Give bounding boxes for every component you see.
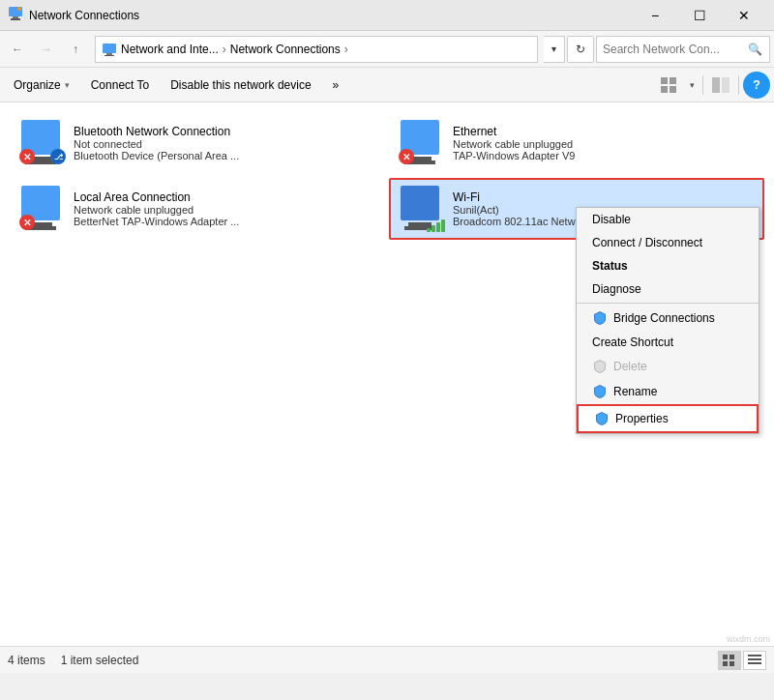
breadcrumb-dropdown[interactable]: ▾	[544, 36, 565, 63]
svg-rect-18	[748, 658, 761, 660]
organize-button[interactable]: Organize ▾	[4, 72, 79, 99]
svg-rect-12	[722, 77, 729, 93]
search-icon: 🔍	[748, 43, 762, 56]
ctx-status[interactable]: Status	[577, 254, 759, 277]
ctx-separator-1	[577, 303, 759, 304]
details-view-button[interactable]	[743, 651, 766, 670]
svg-rect-6	[104, 55, 114, 56]
ctx-disable-label: Disable	[592, 213, 631, 226]
local-adapter: BetterNet TAP-Windows Adapter ...	[74, 216, 375, 227]
svg-rect-2	[11, 18, 20, 20]
ctx-disable[interactable]: Disable	[577, 208, 759, 231]
view-dropdown-button[interactable]: ▾	[685, 72, 699, 99]
view-button[interactable]	[656, 72, 683, 99]
ctx-properties-label: Properties	[615, 412, 669, 425]
svg-rect-19	[748, 662, 761, 664]
search-input[interactable]	[603, 43, 748, 56]
bluetooth-overlay: ⎇	[50, 149, 66, 164]
title-bar-title: Network Connections	[29, 9, 633, 22]
bluetooth-status: Not connected	[74, 138, 375, 150]
svg-rect-11	[712, 77, 720, 93]
computer-icon-wifi	[401, 186, 439, 220]
svg-rect-13	[723, 655, 728, 659]
error-overlay-local: ✕	[19, 215, 35, 230]
up-button[interactable]: ↑	[62, 36, 89, 63]
address-bar: ← → ↑ Network and Inte... › Network Conn…	[0, 31, 774, 68]
ethernet-icon-wrap: ✕	[399, 120, 445, 166]
ctx-connect[interactable]: Connect / Disconnect	[577, 231, 759, 254]
ctx-shortcut-label: Create Shortcut	[592, 335, 673, 349]
selected-count: 1 item selected	[61, 654, 139, 667]
ctx-status-label: Status	[592, 259, 628, 273]
back-button[interactable]: ←	[4, 36, 31, 63]
network-item-local[interactable]: ✕ Local Area Connection Network cable un…	[10, 178, 385, 240]
svg-point-3	[17, 7, 21, 11]
forward-button[interactable]: →	[33, 36, 60, 63]
svg-rect-8	[670, 77, 676, 84]
item-count: 4 items	[8, 654, 45, 667]
bluetooth-adapter: Bluetooth Device (Personal Area ...	[74, 150, 375, 161]
ctx-diagnose-label: Diagnose	[592, 282, 641, 296]
wifi-name: Wi-Fi	[453, 190, 755, 204]
svg-rect-17	[748, 655, 761, 656]
ctx-bridge[interactable]: Bridge Connections	[577, 306, 759, 331]
ethernet-info: Ethernet Network cable unplugged TAP-Win…	[453, 125, 755, 161]
network-item-ethernet[interactable]: ✕ Ethernet Network cable unplugged TAP-W…	[389, 112, 764, 174]
maximize-button[interactable]: ☐	[677, 0, 722, 31]
help-button[interactable]: ?	[743, 72, 770, 99]
wifi-icon-wrap	[399, 186, 445, 232]
connect-to-button[interactable]: Connect To	[81, 72, 160, 99]
local-info: Local Area Connection Network cable unpl…	[74, 190, 375, 227]
wifi-bar-4	[441, 219, 445, 232]
watermark: wixdm.com	[727, 634, 770, 644]
ethernet-adapter: TAP-Windows Adapter V9	[453, 150, 755, 161]
minimize-button[interactable]: −	[633, 0, 677, 31]
shield-icon-properties	[594, 411, 610, 426]
ctx-diagnose[interactable]: Diagnose	[577, 277, 759, 301]
disable-button[interactable]: Disable this network device	[161, 72, 320, 99]
svg-rect-1	[13, 16, 18, 18]
svg-rect-7	[661, 77, 668, 84]
main-content: ✕ ⎇ Bluetooth Network Connection Not con…	[0, 102, 774, 673]
ctx-rename-label: Rename	[613, 385, 657, 398]
error-overlay-bluetooth: ✕	[19, 149, 35, 164]
large-icon-view-button[interactable]	[718, 651, 741, 670]
shield-icon-rename	[592, 384, 608, 399]
details-pane-button[interactable]	[707, 72, 734, 99]
error-overlay-ethernet: ✕	[399, 149, 414, 164]
ctx-bridge-label: Bridge Connections	[613, 311, 715, 325]
wifi-bar-3	[436, 222, 440, 232]
ctx-shortcut[interactable]: Create Shortcut	[577, 331, 759, 354]
ctx-delete: Delete	[577, 354, 759, 379]
bluetooth-info: Bluetooth Network Connection Not connect…	[74, 125, 375, 161]
title-bar-controls: − ☐ ✕	[633, 0, 766, 31]
svg-rect-9	[661, 86, 668, 93]
ethernet-status: Network cable unplugged	[453, 138, 755, 150]
breadcrumb-part1: Network and Inte...	[121, 43, 219, 56]
refresh-button[interactable]: ↻	[567, 36, 594, 63]
bluetooth-icon-wrap: ✕ ⎇	[19, 120, 66, 166]
bluetooth-name: Bluetooth Network Connection	[74, 125, 375, 138]
context-menu: Disable Connect / Disconnect Status Diag…	[576, 207, 759, 434]
local-status: Network cable unplugged	[74, 204, 375, 216]
svg-rect-5	[106, 53, 112, 55]
toolbar-right: ▾ ?	[656, 72, 770, 99]
title-bar-icon	[8, 6, 23, 24]
toolbar: Organize ▾ Connect To Disable this netwo…	[0, 68, 774, 102]
ctx-properties[interactable]: Properties	[577, 404, 759, 433]
svg-rect-4	[103, 44, 116, 53]
shield-icon-delete	[592, 359, 608, 374]
more-button[interactable]: »	[323, 72, 349, 99]
ethernet-name: Ethernet	[453, 125, 755, 138]
ctx-rename[interactable]: Rename	[577, 379, 759, 404]
close-button[interactable]: ✕	[722, 0, 766, 31]
status-right	[718, 651, 766, 670]
svg-rect-10	[670, 86, 676, 93]
network-item-bluetooth[interactable]: ✕ ⎇ Bluetooth Network Connection Not con…	[10, 112, 385, 174]
svg-rect-15	[723, 661, 728, 666]
ctx-connect-label: Connect / Disconnect	[592, 236, 702, 249]
local-icon-wrap: ✕	[19, 186, 66, 232]
breadcrumb: Network and Inte... › Network Connection…	[95, 36, 538, 63]
wifi-bar-1	[427, 228, 431, 232]
svg-rect-14	[729, 655, 734, 659]
